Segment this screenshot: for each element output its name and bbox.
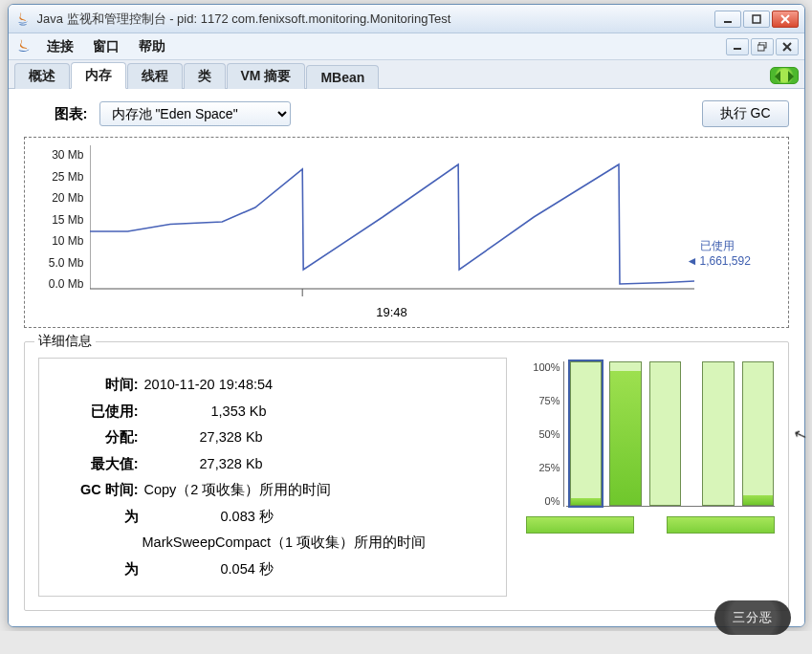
- memory-pool-bar[interactable]: [609, 361, 642, 506]
- menubar: 连接 窗口 帮助: [9, 33, 804, 60]
- tab-classes[interactable]: 类: [184, 63, 226, 89]
- details-panel: 详细信息 时间:2010-11-20 19:48:54 已使用:1,353 Kb…: [24, 341, 789, 611]
- tab-vm-summary[interactable]: VM 摘要: [227, 63, 306, 89]
- memory-pools-bars: 100% 75% 50% 25% 0%: [526, 358, 775, 597]
- tab-threads[interactable]: 线程: [127, 63, 183, 89]
- bars-legend: [526, 516, 775, 534]
- y-tick: 25 Mb: [52, 170, 83, 184]
- detail-value: 1,353 Kb: [144, 399, 489, 425]
- bars-y-tick: 25%: [538, 462, 560, 473]
- y-tick: 20 Mb: [52, 191, 83, 205]
- bars-y-tick: 75%: [538, 395, 560, 406]
- detail-value: 0.083 秒: [144, 504, 489, 531]
- chart-controls: 图表: 内存池 "Eden Space" 执行 GC: [24, 100, 789, 127]
- bars-y-axis: 100% 75% 50% 25% 0%: [526, 361, 564, 507]
- detail-value: MarkSweepCompact（1 项收集）所用的时间: [143, 530, 489, 556]
- tab-overview[interactable]: 概述: [14, 63, 70, 89]
- tab-mbean[interactable]: MBean: [306, 65, 379, 89]
- close-button[interactable]: [772, 11, 799, 28]
- chart-current-value: ◄ 已使用 1,661,592: [700, 145, 775, 319]
- menu-connect[interactable]: 连接: [37, 36, 83, 57]
- nonheap-swatch[interactable]: [667, 516, 775, 534]
- bars-y-tick: 0%: [545, 495, 560, 507]
- chart-dropdown[interactable]: 内存池 "Eden Space": [99, 101, 291, 126]
- memory-pool-bar[interactable]: [570, 361, 603, 506]
- mdi-close-button[interactable]: [776, 38, 799, 55]
- detail-value: 27,328 Kb: [144, 425, 489, 451]
- heap-swatch[interactable]: [526, 516, 634, 534]
- triangle-left-icon: ◄: [687, 254, 698, 268]
- perform-gc-button[interactable]: 执行 GC: [702, 100, 789, 127]
- y-tick: 10 Mb: [52, 234, 83, 248]
- chart-plot-area[interactable]: 19:48: [90, 145, 694, 319]
- chart-y-axis: 30 Mb 25 Mb 20 Mb 15 Mb 10 Mb 5.0 Mb 0.0…: [33, 145, 84, 319]
- y-tick: 15 Mb: [52, 213, 83, 227]
- detail-value: Copy（2 项收集）所用的时间: [144, 477, 489, 504]
- used-label: 已使用: [700, 238, 735, 254]
- menu-window[interactable]: 窗口: [83, 36, 129, 57]
- detail-key: 时间:: [56, 372, 139, 399]
- tab-memory[interactable]: 内存: [71, 62, 126, 89]
- mdi-restore-button[interactable]: [751, 38, 774, 55]
- detail-value: 2010-11-20 19:48:54: [144, 372, 489, 399]
- detail-key: GC 时间:: [56, 477, 139, 504]
- bars-y-tick: 100%: [533, 361, 560, 373]
- detail-key: 最大值:: [56, 451, 139, 478]
- bars-y-tick: 50%: [538, 428, 560, 440]
- chart-x-axis: 19:48: [90, 305, 694, 319]
- used-value: 1,661,592: [700, 254, 751, 268]
- memory-pool-bar[interactable]: [702, 361, 735, 506]
- y-tick: 30 Mb: [52, 148, 83, 162]
- memory-pool-bar[interactable]: [649, 361, 682, 506]
- mdi-minimize-button[interactable]: [726, 38, 749, 55]
- maximize-button[interactable]: [743, 11, 770, 28]
- detail-key: 分配:: [56, 425, 139, 451]
- java-icon: [14, 37, 33, 56]
- nav-arrow-icon[interactable]: [770, 67, 799, 84]
- detail-value: 0.054 秒: [144, 556, 489, 583]
- svg-rect-6: [757, 45, 764, 51]
- titlebar: Java 监视和管理控制台 - pid: 1172 com.fenixsoft.…: [9, 5, 804, 33]
- bars-area: [566, 361, 775, 507]
- watermark-badge: 三分恶: [714, 600, 791, 631]
- detail-key: 已使用:: [56, 399, 139, 425]
- window-controls: [714, 11, 799, 28]
- tabbar: 概述 内存 线程 类 VM 摘要 MBean: [9, 60, 804, 89]
- content-area: 图表: 内存池 "Eden Space" 执行 GC 30 Mb 25 Mb 2…: [9, 89, 804, 626]
- menu-help[interactable]: 帮助: [129, 36, 175, 57]
- window-title: Java 监视和管理控制台 - pid: 1172 com.fenixsoft.…: [37, 11, 714, 28]
- detail-value: 27,328 Kb: [144, 451, 489, 478]
- x-tick: 19:48: [376, 305, 407, 319]
- minimize-button[interactable]: [714, 11, 741, 28]
- chart-svg: [90, 145, 694, 298]
- y-tick: 5.0 Mb: [49, 256, 84, 270]
- svg-rect-1: [753, 15, 760, 23]
- java-icon: [14, 11, 32, 28]
- memory-pool-bar[interactable]: [742, 361, 775, 506]
- jconsole-window: Java 监视和管理控制台 - pid: 1172 com.fenixsoft.…: [8, 4, 805, 627]
- details-legend: 详细信息: [34, 333, 96, 350]
- memory-chart: 30 Mb 25 Mb 20 Mb 15 Mb 10 Mb 5.0 Mb 0.0…: [24, 137, 789, 328]
- y-tick: 0.0 Mb: [49, 277, 84, 291]
- details-text: 时间:2010-11-20 19:48:54 已使用:1,353 Kb 分配:2…: [38, 358, 507, 597]
- chart-dropdown-label: 图表:: [55, 105, 88, 123]
- detail-key: 为: [56, 556, 139, 583]
- detail-key: 为: [56, 504, 139, 531]
